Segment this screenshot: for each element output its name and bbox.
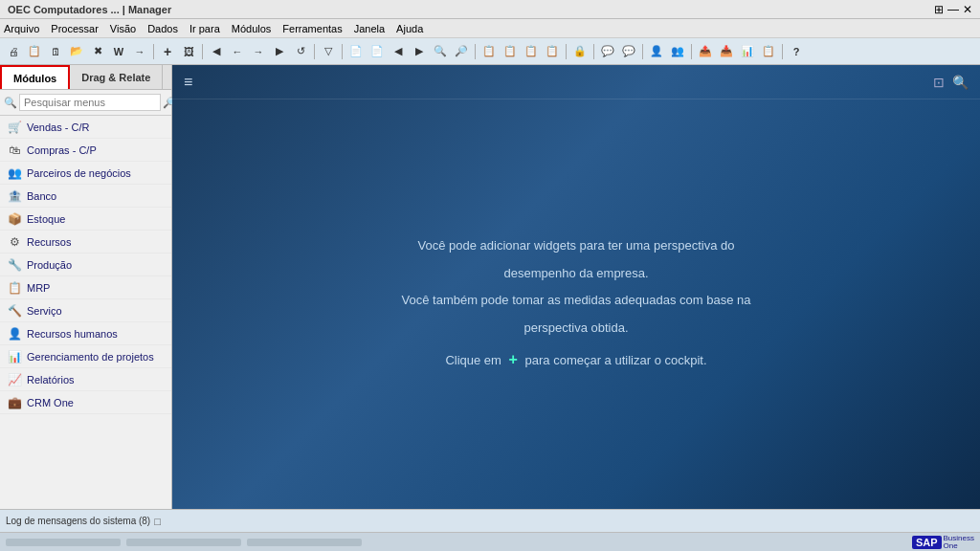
message-line1: Você pode adicionar widgets para ter uma…: [402, 232, 751, 260]
sidebar-item-banco[interactable]: 🏦 Banco: [0, 185, 171, 208]
menu-dados[interactable]: Dados: [147, 23, 178, 34]
tb-prev[interactable]: ◀: [389, 42, 408, 61]
tb-close[interactable]: ✖: [88, 42, 107, 61]
tb-add[interactable]: +: [158, 42, 177, 61]
tile-icon[interactable]: ⊞: [934, 3, 944, 16]
sidebar-item-label: Produção: [27, 259, 72, 271]
sep6: [566, 44, 567, 59]
sidebar: Módulos Drag & Relate 🔍 🔎 🛒 Vendas - C/R…: [0, 65, 172, 509]
sep3: [314, 44, 315, 59]
tb-zoom-in[interactable]: 🔍: [431, 42, 450, 61]
tb-w[interactable]: W: [109, 42, 128, 61]
menu-ir-para[interactable]: Ir para: [189, 23, 220, 34]
tb-img[interactable]: 🖼: [179, 42, 198, 61]
tb-print[interactable]: 🖨: [4, 42, 23, 61]
progress-area: [6, 539, 912, 546]
tb-msg[interactable]: 💬: [598, 42, 617, 61]
sidebar-item-recursos[interactable]: ⚙ Recursos: [0, 231, 171, 253]
sidebar-item-servico[interactable]: 🔨 Serviço: [0, 299, 171, 322]
tb-user2[interactable]: 👥: [668, 42, 687, 61]
tb-export3[interactable]: 📊: [738, 42, 757, 61]
tb-paste1[interactable]: 📋: [479, 42, 499, 61]
tb-export4[interactable]: 📋: [759, 42, 778, 61]
tb-right[interactable]: →: [249, 42, 268, 61]
content-search-icon[interactable]: 🔍: [952, 75, 969, 90]
tb-copy[interactable]: 📋: [25, 42, 44, 61]
sap-logo: SAP BusinessOne: [912, 535, 974, 550]
sap-business-label: BusinessOne: [944, 535, 974, 550]
tb-doc1[interactable]: 📄: [346, 42, 366, 61]
sidebar-item-producao[interactable]: 🔧 Produção: [0, 253, 171, 276]
tb-next[interactable]: ▶: [410, 42, 429, 61]
titlebar: OEC Computadores ... | Manager ⊞ — ✕: [0, 0, 980, 19]
restore-icon[interactable]: ⊡: [933, 75, 945, 90]
sidebar-item-label: Compras - C/P: [27, 144, 97, 156]
menu-ferramentas[interactable]: Ferramentas: [282, 23, 342, 34]
sep8: [642, 44, 643, 59]
sidebar-item-label: Estoque: [27, 213, 65, 225]
menu-arquivo[interactable]: Arquivo: [4, 23, 39, 34]
hamburger-icon[interactable]: ≡: [184, 74, 192, 91]
add-widget-icon[interactable]: +: [509, 351, 518, 367]
minimize-icon[interactable]: —: [947, 3, 959, 16]
sidebar-item-relatorios[interactable]: 📈 Relatórios: [0, 368, 171, 391]
sidebar-item-rh[interactable]: 👤 Recursos humanos: [0, 322, 171, 345]
tb-msg2[interactable]: 💬: [619, 42, 638, 61]
tb-zoom-out[interactable]: 🔎: [452, 42, 471, 61]
tb-export2[interactable]: 📥: [717, 42, 736, 61]
tb-help[interactable]: ?: [787, 42, 806, 61]
tb-paste3[interactable]: 📋: [522, 42, 541, 61]
tb-export1[interactable]: 📤: [696, 42, 715, 61]
sidebar-item-label: MRP: [27, 282, 50, 294]
tb-back[interactable]: ◀: [207, 42, 226, 61]
tb-doc2[interactable]: 📄: [368, 42, 387, 61]
sep9: [691, 44, 692, 59]
sidebar-item-label: Banco: [27, 190, 56, 202]
sidebar-item-compras[interactable]: 🛍 Compras - C/P: [0, 139, 171, 162]
sidebar-item-parceiros[interactable]: 👥 Parceiros de negócios: [0, 162, 171, 185]
mrp-icon: 📋: [8, 281, 21, 295]
progress-bar-1: [6, 539, 121, 546]
sidebar-item-mrp[interactable]: 📋 MRP: [0, 276, 171, 299]
tb-open[interactable]: 📂: [67, 42, 86, 61]
tb-paste4[interactable]: 📋: [543, 42, 562, 61]
window-controls[interactable]: ⊞ — ✕: [934, 3, 972, 16]
tb-refresh[interactable]: ↺: [291, 42, 310, 61]
sidebar-item-vendas[interactable]: 🛒 Vendas - C/R: [0, 116, 171, 139]
menu-processar[interactable]: Processar: [51, 23, 99, 34]
sap-brand: SAP: [912, 536, 942, 549]
content-area: ≡ ⊡ 🔍 Você pode adicionar widgets para t…: [172, 65, 980, 509]
content-message: Você pode adicionar widgets para ter uma…: [402, 232, 751, 376]
menubar: Arquivo Processar Visão Dados Ir para Mó…: [0, 19, 980, 38]
vendas-icon: 🛒: [8, 121, 21, 134]
tb-filter[interactable]: ▽: [319, 42, 338, 61]
tb-arrow[interactable]: →: [130, 42, 149, 61]
message-line4: perspectiva obtida.: [402, 315, 751, 342]
menu-visao[interactable]: Visão: [110, 23, 136, 34]
close-icon[interactable]: ✕: [963, 3, 972, 16]
content-header: ≡ ⊡ 🔍: [172, 65, 980, 99]
tab-drag-relate[interactable]: Drag & Relate: [70, 65, 163, 89]
sidebar-item-label: CRM One: [27, 397, 74, 408]
content-body: Você pode adicionar widgets para ter uma…: [172, 99, 980, 509]
tb-paste2[interactable]: 📋: [501, 42, 520, 61]
parceiros-icon: 👥: [8, 166, 21, 180]
tb-left[interactable]: ←: [228, 42, 247, 61]
tab-modulos[interactable]: Módulos: [0, 65, 70, 89]
expand-icon[interactable]: □: [154, 516, 161, 527]
tb-fwd[interactable]: ▶: [270, 42, 289, 61]
sidebar-item-crm[interactable]: 💼 CRM One: [0, 391, 171, 414]
menu-ajuda[interactable]: Ajuda: [396, 23, 423, 34]
sidebar-item-estoque[interactable]: 📦 Estoque: [0, 208, 171, 231]
tb-user1[interactable]: 👤: [647, 42, 666, 61]
search-input[interactable]: [19, 94, 161, 111]
sidebar-item-label: Serviço: [27, 305, 62, 317]
sidebar-item-label: Recursos humanos: [27, 328, 118, 340]
tb-lock[interactable]: 🔒: [570, 42, 590, 61]
sidebar-item-projetos[interactable]: 📊 Gerenciamento de projetos: [0, 345, 171, 368]
tb-calendar[interactable]: 🗓: [46, 42, 65, 61]
menu-modulos[interactable]: Módulos: [232, 23, 272, 34]
message-line5: Clique em + para começar a utilizar o co…: [402, 342, 751, 376]
sidebar-tabs: Módulos Drag & Relate: [0, 65, 171, 90]
menu-janela[interactable]: Janela: [354, 23, 385, 34]
